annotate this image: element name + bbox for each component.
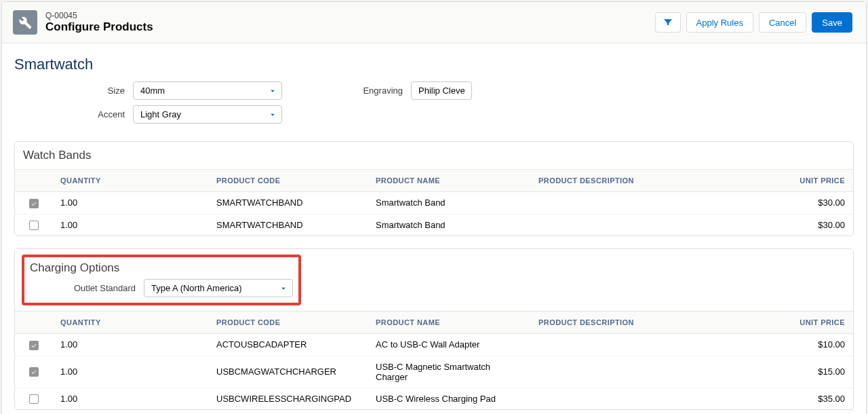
row-checkbox[interactable] (29, 367, 39, 377)
cell-unit-price: $10.00 (772, 334, 853, 356)
section-header: Watch Bands (15, 142, 853, 170)
chevron-down-icon (279, 284, 288, 293)
chevron-down-icon (268, 110, 277, 119)
table-row: 1.00 SMARTWATCHBAND Smartwatch Band $30.… (15, 214, 853, 236)
col-product-description: PRODUCT DESCRIPTION (530, 312, 772, 334)
cell-product-description (530, 214, 772, 236)
filter-icon (663, 17, 673, 28)
table-row: 1.00 SMARTWATCHBAND Smartwatch Band $30.… (15, 192, 853, 214)
product-title: Smartwatch (2, 43, 866, 81)
cell-quantity: 1.00 (52, 192, 208, 214)
cell-product-description (530, 192, 772, 214)
cell-product-description (530, 334, 772, 356)
topbar: Q-00045 Configure Products Apply Rules C… (2, 2, 866, 43)
row-checkbox[interactable] (29, 394, 39, 404)
chevron-down-icon (268, 86, 277, 96)
outlet-standard-value: Type A (North America) (151, 283, 242, 293)
section-header: Charging Options Outlet Standard Type A … (15, 249, 853, 312)
cell-product-code: USBCWIRELESSCHARGINGPAD (208, 388, 368, 409)
cell-product-name: Smartwatch Band (368, 214, 530, 236)
filter-button[interactable] (655, 12, 681, 33)
quote-number: Q-00045 (45, 11, 153, 20)
col-product-code: PRODUCT CODE (208, 170, 368, 192)
highlight-box: Charging Options Outlet Standard Type A … (22, 255, 301, 305)
cell-product-code: USBCMAGWATCHCHARGER (208, 356, 368, 388)
col-select (15, 312, 52, 334)
table-row: 1.00 USBCMAGWATCHCHARGER USB-C Magnetic … (15, 356, 853, 388)
cell-product-code: SMARTWATCHBAND (208, 192, 368, 214)
col-quantity: QUANTITY (52, 312, 208, 334)
product-table: QUANTITY PRODUCT CODE PRODUCT NAME PRODU… (15, 170, 853, 236)
cell-quantity: 1.00 (52, 334, 208, 356)
col-quantity: QUANTITY (52, 170, 208, 192)
cancel-button[interactable]: Cancel (759, 12, 806, 33)
cell-product-name: Smartwatch Band (368, 192, 530, 214)
col-select (15, 170, 52, 192)
cell-product-description (530, 388, 772, 409)
col-product-name: PRODUCT NAME (368, 312, 530, 334)
accent-select[interactable]: Light Gray (133, 105, 282, 124)
row-checkbox[interactable] (29, 221, 39, 230)
engraving-label: Engraving (309, 86, 411, 96)
row-checkbox[interactable] (29, 341, 39, 350)
section-title: Watch Bands (23, 149, 845, 162)
product-table: QUANTITY PRODUCT CODE PRODUCT NAME PRODU… (15, 312, 853, 409)
cell-unit-price: $35.00 (772, 388, 853, 409)
apply-rules-button[interactable]: Apply Rules (686, 12, 753, 33)
col-product-code: PRODUCT CODE (208, 312, 368, 334)
cell-product-name: AC to USB-C Wall Adapter (368, 334, 530, 356)
cell-unit-price: $30.00 (772, 214, 853, 236)
engraving-input[interactable] (411, 81, 472, 100)
outlet-standard-select[interactable]: Type A (North America) (144, 279, 293, 297)
outlet-standard-label: Outlet Standard (30, 283, 144, 293)
cell-quantity: 1.00 (52, 214, 208, 236)
col-unit-price: UNIT PRICE (772, 170, 853, 192)
row-checkbox[interactable] (29, 199, 39, 208)
section: Charging Options Outlet Standard Type A … (14, 248, 854, 410)
cell-product-name: USB-C Magnetic Smartwatch Charger (368, 356, 530, 388)
cell-product-description (530, 356, 772, 388)
table-row: 1.00 USBCWIRELESSCHARGINGPAD USB-C Wirel… (15, 388, 853, 409)
section: Watch Bands QUANTITY PRODUCT CODE PRODUC… (14, 141, 854, 236)
cell-product-name: USB-C Wireless Charging Pad (368, 388, 530, 409)
wrench-icon (13, 10, 37, 35)
accent-label: Accent (14, 109, 133, 119)
size-label: Size (14, 86, 133, 96)
cell-unit-price: $30.00 (772, 192, 853, 214)
cell-unit-price: $15.00 (772, 356, 853, 388)
accent-value: Light Gray (140, 109, 181, 119)
page-title: Configure Products (45, 20, 153, 34)
col-product-description: PRODUCT DESCRIPTION (530, 170, 772, 192)
table-row: 1.00 ACTOUSBCADAPTER AC to USB-C Wall Ad… (15, 334, 853, 356)
save-button[interactable]: Save (812, 12, 852, 33)
cell-quantity: 1.00 (52, 356, 208, 388)
size-value: 40mm (140, 86, 165, 96)
cell-product-code: SMARTWATCHBAND (208, 214, 368, 236)
size-select[interactable]: 40mm (133, 81, 282, 100)
col-unit-price: UNIT PRICE (772, 312, 853, 334)
section-title: Charging Options (30, 261, 293, 275)
cell-product-code: ACTOUSBCADAPTER (208, 334, 368, 356)
col-product-name: PRODUCT NAME (368, 170, 530, 192)
cell-quantity: 1.00 (52, 388, 208, 409)
